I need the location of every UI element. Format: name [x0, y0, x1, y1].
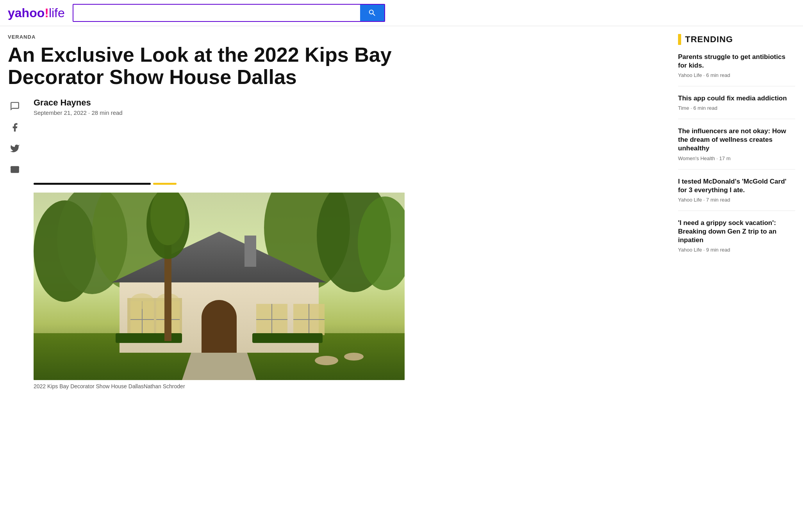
- article-title: An Exclusive Look at the 2022 Kips Bay D…: [8, 44, 437, 88]
- svg-rect-30: [252, 333, 323, 343]
- main-image-container: 2022 Kips Bay Decorator Show House Dalla…: [34, 193, 405, 389]
- trending-item[interactable]: 'I need a grippy sock vacation': Breakin…: [678, 219, 795, 261]
- search-button[interactable]: [360, 5, 384, 21]
- trending-item[interactable]: The influencers are not okay: How the dr…: [678, 127, 795, 169]
- author-block: Grace Haynes September 21, 2022 · 28 min…: [34, 98, 123, 116]
- trending-item[interactable]: I tested McDonald's 'McGold Card' for 3 …: [678, 177, 795, 211]
- facebook-button[interactable]: [8, 120, 22, 134]
- svg-rect-29: [116, 333, 182, 343]
- progress-bar-dark: [34, 183, 151, 185]
- article-meta-row: Grace Haynes September 21, 2022 · 28 min…: [8, 98, 670, 177]
- trending-item-title: I tested McDonald's 'McGold Card' for 3 …: [678, 177, 795, 195]
- trending-item-title: The influencers are not okay: How the dr…: [678, 127, 795, 153]
- main-container: VERANDA An Exclusive Look at the 2022 Ki…: [0, 26, 803, 402]
- trending-item-title: 'I need a grippy sock vacation': Breakin…: [678, 219, 795, 245]
- comment-button[interactable]: [8, 99, 22, 113]
- trending-item[interactable]: This app could fix media addiction Time …: [678, 94, 795, 119]
- trending-item-title: This app could fix media addiction: [678, 94, 795, 103]
- trending-item-meta: Time · 6 min read: [678, 105, 795, 111]
- svg-point-13: [202, 300, 237, 335]
- twitter-icon: [10, 143, 20, 154]
- twitter-button[interactable]: [8, 141, 22, 155]
- image-caption: 2022 Kips Bay Decorator Show House Dalla…: [34, 383, 405, 389]
- progress-bar-container: [34, 183, 670, 185]
- source-label: VERANDA: [8, 34, 670, 40]
- trending-title: TRENDING: [685, 34, 733, 45]
- trending-item-meta: Yahoo Life · 9 min read: [678, 247, 795, 253]
- site-logo[interactable]: yahoo!life: [8, 6, 65, 20]
- search-icon: [368, 9, 377, 17]
- article-wrapper: VERANDA An Exclusive Look at the 2022 Ki…: [0, 26, 670, 402]
- article-date: September 21, 2022 · 28 min read: [34, 109, 123, 116]
- logo-yahoo: yahoo: [8, 6, 45, 20]
- site-header: yahoo!life: [0, 0, 803, 26]
- sidebar: TRENDING Parents struggle to get antibio…: [670, 26, 803, 402]
- search-bar: [73, 4, 385, 22]
- trending-bar-decoration: [678, 34, 681, 45]
- email-button[interactable]: [8, 162, 22, 177]
- email-icon: [10, 164, 20, 175]
- logo-life: life: [49, 6, 65, 20]
- trending-item-meta: Yahoo Life · 7 min read: [678, 197, 795, 203]
- svg-point-35: [344, 353, 364, 361]
- trending-item-meta: Women's Health · 17 m: [678, 155, 795, 161]
- svg-point-21: [130, 293, 154, 309]
- svg-rect-11: [244, 236, 256, 267]
- article-main-image: [34, 193, 405, 380]
- trending-header: TRENDING: [678, 34, 795, 45]
- svg-point-34: [315, 356, 338, 365]
- comment-icon: [10, 101, 20, 111]
- author-name: Grace Haynes: [34, 98, 123, 108]
- progress-bar-yellow: [153, 183, 177, 185]
- search-input[interactable]: [73, 5, 360, 21]
- trending-item[interactable]: Parents struggle to get antibiotics for …: [678, 53, 795, 86]
- social-icons: [8, 99, 22, 177]
- trending-item-meta: Yahoo Life · 6 min read: [678, 72, 795, 78]
- facebook-icon: [10, 122, 20, 132]
- logo-exclaim: !: [45, 6, 49, 20]
- house-illustration: [34, 193, 405, 380]
- trending-item-title: Parents struggle to get antibiotics for …: [678, 53, 795, 70]
